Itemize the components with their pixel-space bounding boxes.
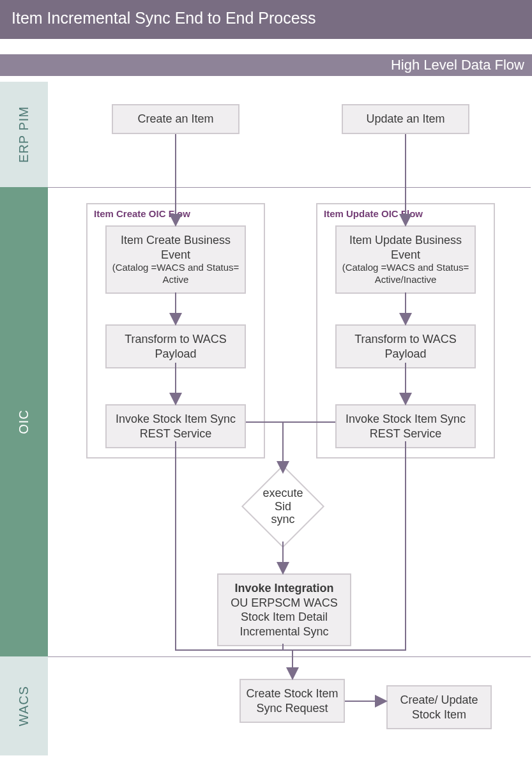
box-label: Item Update Business Event bbox=[342, 233, 469, 262]
group-label: Item Update OIC Flow bbox=[324, 208, 423, 219]
box-body: OU ERPSCM WACS Stock Item Detail Increme… bbox=[224, 596, 345, 639]
decision-label: execute Sid sync bbox=[241, 487, 324, 526]
box-title: Invoke Integration bbox=[224, 581, 345, 596]
box-label: Item Create Business Event bbox=[112, 233, 239, 262]
box-invoke-integration: Invoke Integration OU ERPSCM WACS Stock … bbox=[217, 573, 351, 646]
subtitle: High Level Data Flow bbox=[391, 57, 524, 73]
title-bar: Item Incremental Sync End to End Process bbox=[0, 0, 532, 39]
decision-execute-sid-sync: execute Sid sync bbox=[241, 465, 324, 548]
group-label: Item Create OIC Flow bbox=[94, 208, 190, 219]
box-create-invoke-rest: Invoke Stock Item Sync REST Service bbox=[105, 404, 246, 448]
lane-wacs: WACS bbox=[0, 656, 48, 755]
box-create-business-event: Item Create Business Event (Catalog =WAC… bbox=[105, 225, 246, 294]
lane-label: OIC bbox=[17, 409, 31, 434]
box-update-invoke-rest: Invoke Stock Item Sync REST Service bbox=[335, 404, 476, 448]
box-label: Update an Item bbox=[366, 112, 445, 125]
box-label: Transform to WACS Payload bbox=[125, 333, 227, 360]
box-label: Create an Item bbox=[137, 112, 213, 125]
box-label: Transform to WACS Payload bbox=[354, 333, 457, 360]
box-update-item: Update an Item bbox=[342, 104, 469, 134]
box-sublabel: (Catalog =WACS and Status= Active/Inacti… bbox=[342, 262, 469, 286]
box-create-transform: Transform to WACS Payload bbox=[105, 324, 246, 368]
page-title: Item Incremental Sync End to End Process bbox=[11, 9, 316, 27]
box-label: Invoke Stock Item Sync REST Service bbox=[346, 413, 466, 440]
lane-label: ERP PIM bbox=[17, 106, 31, 163]
lane-erp-pim: ERP PIM bbox=[0, 82, 48, 187]
box-update-business-event: Item Update Business Event (Catalog =WAC… bbox=[335, 225, 476, 294]
box-create-stock-sync-request: Create Stock Item Sync Request bbox=[239, 679, 345, 723]
box-sublabel: (Catalog =WACS and Status= Active bbox=[112, 262, 239, 286]
box-update-transform: Transform to WACS Payload bbox=[335, 324, 476, 368]
lane-label: WACS bbox=[17, 686, 31, 726]
box-create-item: Create an Item bbox=[112, 104, 239, 134]
box-label: Invoke Stock Item Sync REST Service bbox=[116, 413, 236, 440]
text: execute Sid sync bbox=[262, 487, 303, 526]
subtitle-bar: High Level Data Flow bbox=[0, 54, 532, 76]
lane-oic: OIC bbox=[0, 187, 48, 656]
box-label: Create/ Update Stock Item bbox=[400, 694, 478, 721]
box-label: Create Stock Item Sync Request bbox=[246, 687, 338, 715]
box-create-update-stock-item: Create/ Update Stock Item bbox=[386, 685, 492, 729]
